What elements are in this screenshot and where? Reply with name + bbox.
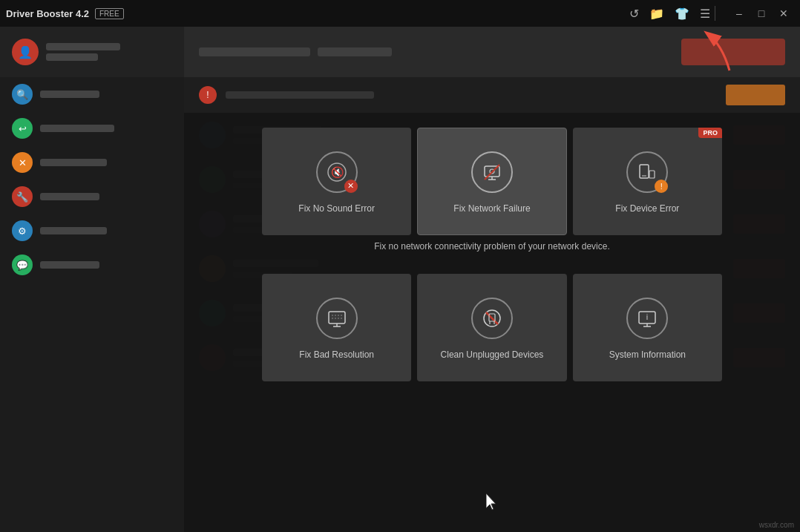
sidebar-item-settings[interactable]: ⚙ <box>0 214 184 248</box>
info-dot: ! <box>199 86 217 104</box>
clean-unplugged-icon <box>471 298 513 339</box>
sidebar: 👤 🔍 ↩ ✕ 🔧 ⚙ 💬 <box>0 27 184 532</box>
fix-network-card[interactable]: Fix Network Failure <box>417 128 566 235</box>
fix-bad-resolution-label: Fix Bad Resolution <box>299 349 374 361</box>
titlebar-controls: – □ ✕ <box>729 3 794 24</box>
folder-icon[interactable]: 📁 <box>649 7 664 21</box>
scan-dot: 🔍 <box>12 84 33 105</box>
fix-device-label: Fix Device Error <box>615 203 679 215</box>
tools-grid-row1: 🔇 ✕ Fix No Sound Error <box>262 128 722 235</box>
fix-network-label: Fix Network Failure <box>453 203 530 215</box>
sidebar-item-tools[interactable]: 🔧 <box>0 180 184 214</box>
sidebar-header-sub <box>46 53 98 61</box>
svg-text:🔇: 🔇 <box>330 166 344 179</box>
cursor-indicator <box>486 493 498 511</box>
sidebar-header-name <box>46 43 120 50</box>
maximize-button[interactable]: □ <box>751 3 772 24</box>
tools-grid-row2: Fix Bad Resolution <box>262 274 722 381</box>
sidebar-item-scan[interactable]: 🔍 <box>0 77 184 111</box>
system-information-card[interactable]: i System Information <box>573 274 722 381</box>
pro-badge: PRO <box>698 128 722 138</box>
tools-overlay: 🔇 ✕ Fix No Sound Error <box>184 113 800 532</box>
sidebar-item-update[interactable]: ↩ <box>0 111 184 145</box>
shirt-icon[interactable]: 👕 <box>675 7 689 21</box>
scan-now-button[interactable] <box>681 39 785 65</box>
titlebar: Driver Booster 4.2 FREE ↺ 📁 👕 ☰ – □ ✕ <box>0 0 800 27</box>
fix-no-sound-label: Fix No Sound Error <box>298 203 375 215</box>
fix-no-sound-card[interactable]: 🔇 ✕ Fix No Sound Error <box>262 128 411 235</box>
tools-grid-wrapper: 🔇 ✕ Fix No Sound Error <box>262 128 722 386</box>
ignored-label <box>40 159 107 166</box>
scan-bar <box>199 47 672 56</box>
feedback-label <box>40 261 99 269</box>
minimize-button[interactable]: – <box>729 3 750 24</box>
sidebar-item-ignored[interactable]: ✕ <box>0 145 184 180</box>
tools-label <box>40 193 99 200</box>
tools-dot: 🔧 <box>12 186 33 207</box>
clean-unplugged-label: Clean Unplugged Devices <box>441 349 544 361</box>
titlebar-icons: ↺ 📁 👕 ☰ <box>629 7 710 21</box>
ignored-dot: ✕ <box>12 152 33 173</box>
scan-bar-text2 <box>318 47 392 56</box>
avatar: 👤 <box>12 39 39 65</box>
sidebar-header: 👤 <box>0 27 184 77</box>
system-information-icon: i <box>626 298 668 339</box>
update-label <box>40 125 114 132</box>
fix-bad-resolution-card[interactable]: Fix Bad Resolution <box>262 274 411 381</box>
unplugged-svg <box>482 308 502 329</box>
sound-off-svg: 🔇 <box>327 162 347 183</box>
main-layout: 👤 🔍 ↩ ✕ 🔧 ⚙ 💬 <box>0 27 800 532</box>
titlebar-separator <box>715 6 715 21</box>
settings-dot: ⚙ <box>12 220 33 241</box>
svg-marker-25 <box>486 493 496 510</box>
watermark: wsxdr.com <box>759 521 794 529</box>
app-title: Driver Booster 4.2 <box>6 8 89 19</box>
fix-no-sound-icon: 🔇 ✕ <box>316 151 358 193</box>
sidebar-item-feedback[interactable]: 💬 <box>0 248 184 282</box>
sidebar-header-text <box>46 43 120 61</box>
sound-badge-x: ✕ <box>344 180 358 193</box>
fix-network-icon <box>471 151 513 193</box>
free-badge: FREE <box>95 8 124 19</box>
fix-device-icon: ! <box>626 151 668 193</box>
system-information-label: System Information <box>609 349 686 361</box>
settings-label <box>40 227 107 234</box>
menu-icon[interactable]: ☰ <box>700 7 710 21</box>
device-badge-warn: ! <box>655 180 668 193</box>
history-icon[interactable]: ↺ <box>629 7 639 21</box>
content-area: ! <box>184 27 800 532</box>
content-header <box>184 27 800 77</box>
cursor-svg <box>486 493 498 511</box>
device-svg <box>637 162 658 183</box>
svg-rect-10 <box>649 171 655 178</box>
info-text <box>226 91 374 99</box>
info-action-button[interactable] <box>726 85 785 105</box>
system-info-svg: i <box>637 308 658 329</box>
update-dot: ↩ <box>12 118 33 139</box>
svg-text:i: i <box>646 312 648 321</box>
scan-bar-text1 <box>199 47 310 56</box>
clean-unplugged-card[interactable]: Clean Unplugged Devices <box>417 274 566 381</box>
network-svg <box>482 162 502 183</box>
svg-rect-11 <box>329 312 345 324</box>
scan-label <box>40 91 99 98</box>
feedback-dot: 💬 <box>12 254 33 275</box>
titlebar-left: Driver Booster 4.2 FREE <box>6 8 124 19</box>
resolution-svg <box>327 308 347 329</box>
close-button[interactable]: ✕ <box>773 3 794 24</box>
info-row: ! <box>184 77 800 113</box>
tool-description: Fix no network connectivity problem of y… <box>262 240 722 266</box>
fix-device-card[interactable]: PRO ! Fix Device Error <box>573 128 722 235</box>
fix-bad-resolution-icon <box>316 298 358 339</box>
